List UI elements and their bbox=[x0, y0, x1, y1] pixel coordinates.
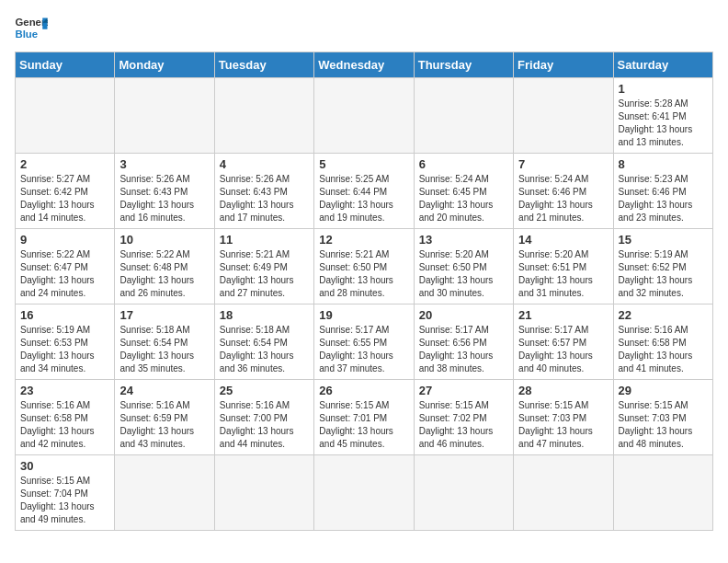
day-number: 24 bbox=[119, 384, 209, 397]
day-number: 29 bbox=[619, 384, 708, 397]
day-number: 10 bbox=[119, 233, 209, 247]
day-number: 23 bbox=[20, 384, 109, 397]
day-info: Sunrise: 5:18 AM Sunset: 6:54 PM Dayligh… bbox=[119, 324, 209, 375]
day-number: 5 bbox=[319, 157, 408, 171]
day-number: 3 bbox=[119, 157, 209, 171]
calendar-day-cell bbox=[214, 455, 313, 531]
calendar-day-cell: 22Sunrise: 5:16 AM Sunset: 6:58 PM Dayli… bbox=[613, 304, 712, 380]
day-number: 11 bbox=[220, 233, 309, 247]
calendar-day-cell bbox=[514, 455, 613, 531]
day-number: 8 bbox=[619, 157, 708, 171]
day-number: 2 bbox=[20, 157, 109, 171]
calendar-day-cell bbox=[414, 78, 513, 154]
calendar-day-cell bbox=[314, 78, 414, 154]
column-header-tuesday: Tuesday bbox=[214, 52, 313, 78]
calendar-day-cell: 1Sunrise: 5:28 AM Sunset: 6:41 PM Daylig… bbox=[613, 78, 712, 154]
day-info: Sunrise: 5:20 AM Sunset: 6:50 PM Dayligh… bbox=[419, 248, 508, 300]
day-info: Sunrise: 5:16 AM Sunset: 6:59 PM Dayligh… bbox=[119, 399, 209, 451]
column-header-saturday: Saturday bbox=[613, 52, 712, 78]
calendar-day-cell: 5Sunrise: 5:25 AM Sunset: 6:44 PM Daylig… bbox=[314, 154, 414, 229]
day-info: Sunrise: 5:17 AM Sunset: 6:56 PM Dayligh… bbox=[419, 324, 508, 375]
day-number: 7 bbox=[518, 157, 608, 171]
day-info: Sunrise: 5:16 AM Sunset: 7:00 PM Dayligh… bbox=[220, 399, 309, 451]
day-info: Sunrise: 5:15 AM Sunset: 7:01 PM Dayligh… bbox=[319, 399, 408, 451]
calendar-day-cell bbox=[314, 455, 414, 531]
calendar-table: SundayMondayTuesdayWednesdayThursdayFrid… bbox=[15, 52, 713, 531]
day-number: 13 bbox=[419, 233, 508, 247]
calendar-week-row: 23Sunrise: 5:16 AM Sunset: 6:58 PM Dayli… bbox=[16, 380, 713, 455]
calendar-day-cell: 7Sunrise: 5:24 AM Sunset: 6:46 PM Daylig… bbox=[514, 154, 613, 229]
day-info: Sunrise: 5:15 AM Sunset: 7:02 PM Dayligh… bbox=[419, 399, 508, 451]
calendar-day-cell: 30Sunrise: 5:15 AM Sunset: 7:04 PM Dayli… bbox=[16, 455, 115, 531]
calendar-day-cell: 3Sunrise: 5:26 AM Sunset: 6:43 PM Daylig… bbox=[115, 154, 214, 229]
calendar-day-cell: 10Sunrise: 5:22 AM Sunset: 6:48 PM Dayli… bbox=[115, 229, 214, 304]
calendar-day-cell: 6Sunrise: 5:24 AM Sunset: 6:45 PM Daylig… bbox=[414, 154, 513, 229]
day-number: 26 bbox=[319, 384, 408, 397]
day-number: 12 bbox=[319, 233, 408, 247]
day-number: 14 bbox=[518, 233, 608, 247]
calendar-week-row: 30Sunrise: 5:15 AM Sunset: 7:04 PM Dayli… bbox=[16, 455, 713, 531]
calendar-day-cell bbox=[214, 78, 313, 154]
day-info: Sunrise: 5:15 AM Sunset: 7:03 PM Dayligh… bbox=[518, 399, 608, 451]
day-info: Sunrise: 5:24 AM Sunset: 6:46 PM Dayligh… bbox=[518, 173, 608, 224]
calendar-day-cell: 13Sunrise: 5:20 AM Sunset: 6:50 PM Dayli… bbox=[414, 229, 513, 304]
page-header: General Blue bbox=[15, 15, 713, 40]
day-number: 9 bbox=[20, 233, 109, 247]
calendar-day-cell: 25Sunrise: 5:16 AM Sunset: 7:00 PM Dayli… bbox=[214, 380, 313, 455]
column-header-wednesday: Wednesday bbox=[314, 52, 414, 78]
calendar-day-cell: 17Sunrise: 5:18 AM Sunset: 6:54 PM Dayli… bbox=[115, 304, 214, 380]
day-number: 30 bbox=[20, 459, 109, 473]
day-number: 22 bbox=[619, 308, 708, 322]
calendar-week-row: 9Sunrise: 5:22 AM Sunset: 6:47 PM Daylig… bbox=[16, 229, 713, 304]
calendar-day-cell bbox=[514, 78, 613, 154]
day-info: Sunrise: 5:28 AM Sunset: 6:41 PM Dayligh… bbox=[619, 98, 708, 149]
calendar-day-cell bbox=[16, 78, 115, 154]
calendar-day-cell: 11Sunrise: 5:21 AM Sunset: 6:49 PM Dayli… bbox=[214, 229, 313, 304]
calendar-day-cell: 15Sunrise: 5:19 AM Sunset: 6:52 PM Dayli… bbox=[613, 229, 712, 304]
day-info: Sunrise: 5:24 AM Sunset: 6:45 PM Dayligh… bbox=[419, 173, 508, 224]
calendar-day-cell bbox=[115, 455, 214, 531]
calendar-day-cell: 16Sunrise: 5:19 AM Sunset: 6:53 PM Dayli… bbox=[16, 304, 115, 380]
calendar-day-cell: 24Sunrise: 5:16 AM Sunset: 6:59 PM Dayli… bbox=[115, 380, 214, 455]
calendar-day-cell: 29Sunrise: 5:15 AM Sunset: 7:03 PM Dayli… bbox=[613, 380, 712, 455]
calendar-week-row: 2Sunrise: 5:27 AM Sunset: 6:42 PM Daylig… bbox=[16, 154, 713, 229]
logo-icon: General Blue bbox=[15, 15, 48, 40]
calendar-day-cell: 8Sunrise: 5:23 AM Sunset: 6:46 PM Daylig… bbox=[613, 154, 712, 229]
day-number: 19 bbox=[319, 308, 408, 322]
calendar-day-cell bbox=[414, 455, 513, 531]
day-number: 21 bbox=[518, 308, 608, 322]
day-info: Sunrise: 5:19 AM Sunset: 6:53 PM Dayligh… bbox=[20, 324, 109, 375]
day-info: Sunrise: 5:23 AM Sunset: 6:46 PM Dayligh… bbox=[619, 173, 708, 224]
calendar-day-cell: 20Sunrise: 5:17 AM Sunset: 6:56 PM Dayli… bbox=[414, 304, 513, 380]
calendar-day-cell bbox=[115, 78, 214, 154]
calendar-day-cell: 12Sunrise: 5:21 AM Sunset: 6:50 PM Dayli… bbox=[314, 229, 414, 304]
calendar-day-cell: 18Sunrise: 5:18 AM Sunset: 6:54 PM Dayli… bbox=[214, 304, 313, 380]
day-info: Sunrise: 5:19 AM Sunset: 6:52 PM Dayligh… bbox=[619, 248, 708, 300]
day-info: Sunrise: 5:18 AM Sunset: 6:54 PM Dayligh… bbox=[220, 324, 309, 375]
day-info: Sunrise: 5:25 AM Sunset: 6:44 PM Dayligh… bbox=[319, 173, 408, 224]
calendar-week-row: 16Sunrise: 5:19 AM Sunset: 6:53 PM Dayli… bbox=[16, 304, 713, 380]
logo: General Blue bbox=[15, 15, 48, 40]
calendar-day-cell: 2Sunrise: 5:27 AM Sunset: 6:42 PM Daylig… bbox=[16, 154, 115, 229]
calendar-day-cell: 14Sunrise: 5:20 AM Sunset: 6:51 PM Dayli… bbox=[514, 229, 613, 304]
column-header-thursday: Thursday bbox=[414, 52, 513, 78]
calendar-day-cell: 26Sunrise: 5:15 AM Sunset: 7:01 PM Dayli… bbox=[314, 380, 414, 455]
column-header-monday: Monday bbox=[115, 52, 214, 78]
day-number: 4 bbox=[220, 157, 309, 171]
day-number: 6 bbox=[419, 157, 508, 171]
column-header-sunday: Sunday bbox=[16, 52, 115, 78]
calendar-day-cell: 21Sunrise: 5:17 AM Sunset: 6:57 PM Dayli… bbox=[514, 304, 613, 380]
calendar-day-cell: 19Sunrise: 5:17 AM Sunset: 6:55 PM Dayli… bbox=[314, 304, 414, 380]
day-info: Sunrise: 5:15 AM Sunset: 7:04 PM Dayligh… bbox=[20, 475, 109, 526]
calendar-header-row: SundayMondayTuesdayWednesdayThursdayFrid… bbox=[16, 52, 713, 78]
calendar-day-cell: 9Sunrise: 5:22 AM Sunset: 6:47 PM Daylig… bbox=[16, 229, 115, 304]
calendar-day-cell: 28Sunrise: 5:15 AM Sunset: 7:03 PM Dayli… bbox=[514, 380, 613, 455]
day-info: Sunrise: 5:27 AM Sunset: 6:42 PM Dayligh… bbox=[20, 173, 109, 224]
day-number: 18 bbox=[220, 308, 309, 322]
day-info: Sunrise: 5:15 AM Sunset: 7:03 PM Dayligh… bbox=[619, 399, 708, 451]
day-info: Sunrise: 5:16 AM Sunset: 6:58 PM Dayligh… bbox=[619, 324, 708, 375]
calendar-week-row: 1Sunrise: 5:28 AM Sunset: 6:41 PM Daylig… bbox=[16, 78, 713, 154]
calendar-day-cell bbox=[613, 455, 712, 531]
day-number: 25 bbox=[220, 384, 309, 397]
calendar-day-cell: 27Sunrise: 5:15 AM Sunset: 7:02 PM Dayli… bbox=[414, 380, 513, 455]
